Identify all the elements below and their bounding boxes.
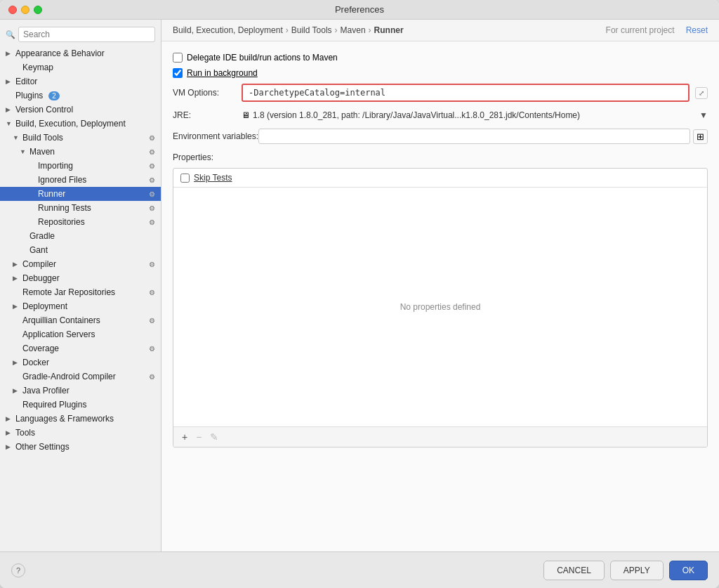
sidebar-item-compiler[interactable]: ▶Compiler⚙ — [0, 257, 161, 271]
sidebar-item-label: Debugger — [22, 273, 60, 283]
jre-row: JRE: 🖥 1.8 (version 1.8.0_281, path: /Li… — [173, 110, 708, 120]
skip-tests-checkbox[interactable] — [180, 174, 190, 183]
sidebar-item-label: Languages & Frameworks — [15, 414, 114, 424]
sidebar-item-label: Repositories — [38, 217, 85, 227]
help-button[interactable]: ? — [11, 563, 25, 577]
remove-property-button[interactable]: − — [193, 430, 204, 444]
form-content: Delegate IDE build/run actions to Maven … — [161, 41, 719, 551]
settings-icon: ⚙ — [149, 190, 155, 198]
jre-selector: 🖥 1.8 (version 1.8.0_281, path: /Library… — [242, 110, 694, 120]
env-variables-row: Environment variables: ⊞ — [173, 129, 708, 144]
run-background-label: Run in background — [187, 68, 258, 78]
maximize-button[interactable] — [34, 6, 42, 14]
sidebar-item-runner[interactable]: Runner⚙ — [0, 187, 161, 201]
sidebar-item-docker[interactable]: ▶Docker — [0, 355, 161, 370]
window-title: Preferences — [335, 4, 384, 15]
sidebar-item-maven[interactable]: ▼Maven⚙ — [0, 145, 161, 159]
sidebar-item-label: Version Control — [15, 105, 73, 115]
arrow-icon: ▶ — [6, 50, 13, 57]
env-variables-label: Environment variables: — [173, 131, 258, 141]
sidebar-item-label: Coverage — [22, 344, 59, 353]
jre-dropdown-button[interactable]: ▼ — [699, 110, 708, 120]
expand-vm-options-button[interactable]: ⤢ — [695, 87, 708, 99]
jre-value: 1.8 (version 1.8.0_281, path: /Library/J… — [253, 110, 580, 120]
sidebar-item-build-execution-deployment[interactable]: ▼Build, Execution, Deployment — [0, 117, 161, 131]
sidebar-item-label: Docker — [22, 358, 49, 367]
sidebar-item-gant[interactable]: Gant — [0, 243, 161, 257]
footer: ? CANCEL APPLY OK — [0, 551, 719, 588]
sidebar-search-row: 🔍 — [0, 22, 161, 46]
sidebar-item-build-tools[interactable]: ▼Build Tools⚙ — [0, 131, 161, 145]
breadcrumb: Build, Execution, Deployment › Build Too… — [173, 25, 404, 35]
sidebar-item-version-control[interactable]: ▶Version Control — [0, 103, 161, 117]
apply-button[interactable]: APPLY — [610, 561, 664, 580]
settings-icon: ⚙ — [149, 261, 155, 268]
settings-icon: ⚙ — [149, 373, 155, 381]
sidebar-item-editor[interactable]: ▶Editor — [0, 74, 161, 89]
add-property-button[interactable]: + — [179, 430, 190, 444]
sidebar-item-label: Compiler — [22, 259, 56, 269]
properties-toolbar: + − ✎ — [173, 426, 707, 447]
arrow-icon: ▼ — [13, 134, 20, 141]
arrow-icon: ▶ — [6, 429, 13, 436]
sidebar-item-gradle-android-compiler[interactable]: Gradle-Android Compiler⚙ — [0, 370, 161, 384]
vm-options-label: VM Options: — [173, 88, 236, 98]
sidebar-item-label: Build Tools — [22, 133, 63, 143]
sidebar-item-arquillian-containers[interactable]: Arquillian Containers⚙ — [0, 313, 161, 327]
env-variables-browse-button[interactable]: ⊞ — [693, 129, 708, 144]
cancel-button[interactable]: CANCEL — [543, 561, 605, 580]
sidebar-item-label: Arquillian Containers — [22, 315, 100, 325]
sidebar-item-label: Appearance & Behavior — [15, 48, 105, 58]
sidebar-item-importing[interactable]: Importing⚙ — [0, 159, 161, 173]
settings-icon: ⚙ — [149, 289, 155, 296]
arrow-icon: ▶ — [6, 443, 13, 450]
skip-tests-label[interactable]: Skip Tests — [194, 173, 232, 183]
env-variables-input[interactable] — [258, 129, 690, 144]
sidebar-item-other-settings[interactable]: ▶Other Settings — [0, 440, 161, 454]
sidebar-item-remote-jar-repositories[interactable]: Remote Jar Repositories⚙ — [0, 285, 161, 299]
vm-options-row: VM Options: ⤢ — [173, 84, 708, 102]
no-properties-text: No properties defined — [173, 188, 707, 426]
sidebar-item-appearance-behavior[interactable]: ▶Appearance & Behavior — [0, 46, 161, 60]
sidebar-item-application-servers[interactable]: Application Servers — [0, 327, 161, 341]
sidebar-item-label: Java Profiler — [22, 386, 70, 396]
sidebar-item-tools[interactable]: ▶Tools — [0, 426, 161, 440]
reset-button[interactable]: Reset — [686, 25, 708, 35]
sidebar-item-keymap[interactable]: Keymap — [0, 60, 161, 74]
sidebar-item-repositories[interactable]: Repositories⚙ — [0, 215, 161, 229]
sidebar-item-java-profiler[interactable]: ▶Java Profiler — [0, 384, 161, 398]
sidebar-item-label: Remote Jar Repositories — [22, 287, 115, 297]
close-button[interactable] — [8, 6, 17, 14]
sidebar-item-deployment[interactable]: ▶Deployment — [0, 299, 161, 313]
sidebar-item-label: Plugins — [15, 91, 43, 100]
delegate-checkbox[interactable] — [173, 53, 183, 63]
delegate-checkbox-row: Delegate IDE build/run actions to Maven — [173, 53, 708, 63]
settings-icon: ⚙ — [149, 162, 155, 170]
sidebar-item-plugins[interactable]: Plugins2 — [0, 89, 161, 103]
breadcrumb-build-tools: Build Tools — [291, 25, 332, 35]
sidebar-item-label: Other Settings — [15, 442, 70, 452]
sidebar-item-label: Running Tests — [38, 203, 91, 213]
sidebar-item-running-tests[interactable]: Running Tests⚙ — [0, 201, 161, 215]
sidebar-item-gradle[interactable]: Gradle — [0, 229, 161, 243]
minimize-button[interactable] — [21, 6, 29, 14]
settings-icon: ⚙ — [149, 218, 155, 226]
for-project-label: For current project — [606, 25, 675, 35]
arrow-icon: ▶ — [6, 106, 13, 113]
ok-button[interactable]: OK — [669, 561, 708, 580]
sidebar: 🔍 ▶Appearance & BehaviorKeymap▶EditorPlu… — [0, 20, 161, 551]
vm-options-input[interactable] — [242, 84, 690, 102]
jre-icon: 🖥 — [242, 110, 250, 120]
run-background-checkbox[interactable] — [173, 68, 183, 78]
search-input[interactable] — [18, 27, 155, 42]
sidebar-item-required-plugins[interactable]: Required Plugins — [0, 398, 161, 412]
sidebar-item-ignored-files[interactable]: Ignored Files⚙ — [0, 173, 161, 187]
delegate-label[interactable]: Delegate IDE build/run actions to Maven — [187, 53, 338, 63]
sidebar-item-label: Tools — [15, 428, 35, 438]
sidebar-item-debugger[interactable]: ▶Debugger — [0, 271, 161, 285]
arrow-icon: ▶ — [13, 303, 20, 310]
sidebar-item-label: Gant — [29, 245, 48, 255]
edit-property-button[interactable]: ✎ — [207, 430, 221, 444]
sidebar-item-languages-frameworks[interactable]: ▶Languages & Frameworks — [0, 412, 161, 426]
sidebar-item-coverage[interactable]: Coverage⚙ — [0, 341, 161, 355]
